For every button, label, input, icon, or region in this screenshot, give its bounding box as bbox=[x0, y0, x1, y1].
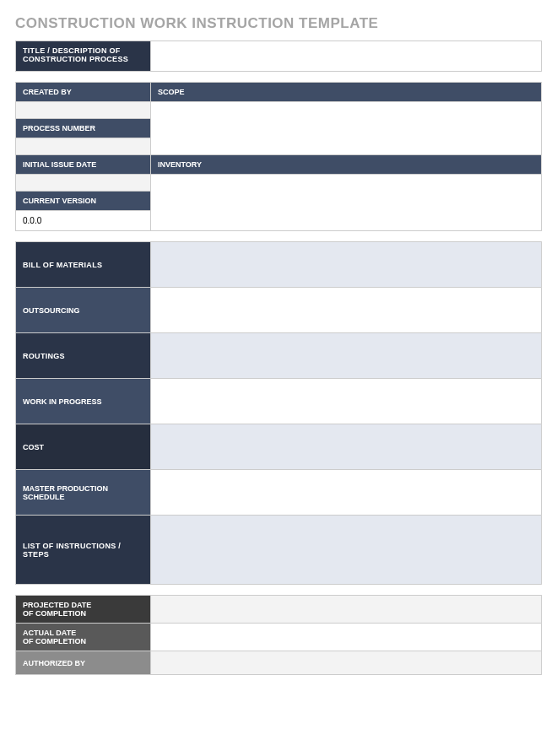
bom-label: BILL OF MATERIALS bbox=[16, 242, 151, 288]
mps-label: MASTER PRODUCTION SCHEDULE bbox=[16, 470, 151, 516]
outsourcing-field[interactable] bbox=[151, 288, 542, 333]
wip-field[interactable] bbox=[151, 379, 542, 424]
initial-issue-date-label: INITIAL ISSUE DATE bbox=[16, 155, 151, 175]
meta-table: CREATED BY SCOPE PROCESS NUMBER INITIAL … bbox=[15, 82, 542, 231]
projected-date-field[interactable] bbox=[151, 596, 542, 624]
inventory-field[interactable] bbox=[151, 175, 542, 231]
actual-date-label: ACTUAL DATEOF COMPLETION bbox=[16, 624, 151, 651]
mps-field[interactable] bbox=[151, 470, 542, 516]
cost-field[interactable] bbox=[151, 424, 542, 470]
routings-label: ROUTINGS bbox=[16, 333, 151, 379]
footer-table: PROJECTED DATEOF COMPLETION ACTUAL DATEO… bbox=[15, 595, 542, 675]
page-title: CONSTRUCTION WORK INSTRUCTION TEMPLATE bbox=[15, 15, 542, 32]
title-description-table: TITLE / DESCRIPTION OF CONSTRUCTION PROC… bbox=[15, 40, 542, 72]
outsourcing-label: OUTSOURCING bbox=[16, 288, 151, 333]
current-version-field[interactable]: 0.0.0 bbox=[16, 211, 151, 231]
title-desc-field[interactable] bbox=[151, 41, 542, 72]
scope-field[interactable] bbox=[151, 102, 542, 155]
scope-label: SCOPE bbox=[151, 83, 542, 102]
wip-label: WORK IN PROGRESS bbox=[16, 379, 151, 424]
projected-date-label: PROJECTED DATEOF COMPLETION bbox=[16, 596, 151, 624]
initial-issue-date-field[interactable] bbox=[16, 175, 151, 192]
cost-label: COST bbox=[16, 424, 151, 470]
authorized-by-label: AUTHORIZED BY bbox=[16, 651, 151, 675]
inventory-label: INVENTORY bbox=[151, 155, 542, 175]
bom-field[interactable] bbox=[151, 242, 542, 288]
sections-table: BILL OF MATERIALS OUTSOURCING ROUTINGS W… bbox=[15, 241, 542, 585]
current-version-label: CURRENT VERSION bbox=[16, 192, 151, 211]
process-number-field[interactable] bbox=[16, 138, 151, 155]
created-by-field[interactable] bbox=[16, 102, 151, 119]
title-desc-label: TITLE / DESCRIPTION OF CONSTRUCTION PROC… bbox=[16, 41, 151, 72]
authorized-by-field[interactable] bbox=[151, 651, 542, 675]
actual-date-field[interactable] bbox=[151, 624, 542, 651]
routings-field[interactable] bbox=[151, 333, 542, 379]
process-number-label: PROCESS NUMBER bbox=[16, 119, 151, 138]
created-by-label: CREATED BY bbox=[16, 83, 151, 102]
steps-field[interactable] bbox=[151, 516, 542, 585]
steps-label: LIST OF INSTRUCTIONS / STEPS bbox=[16, 516, 151, 585]
